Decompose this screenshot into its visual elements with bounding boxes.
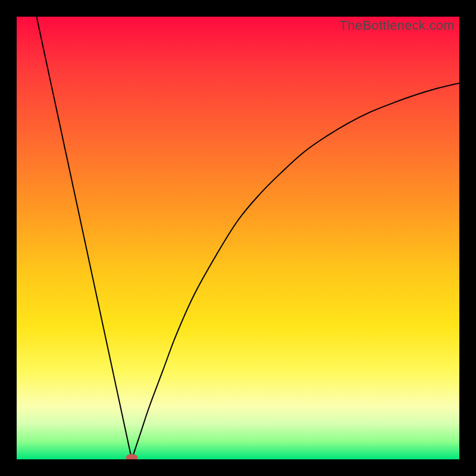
- plot-area: TheBottleneck.com: [17, 17, 459, 459]
- chart-svg: [17, 17, 459, 459]
- minimum-marker: [126, 454, 137, 459]
- left-curve: [36, 17, 131, 459]
- right-curve: [131, 83, 459, 459]
- chart-frame: TheBottleneck.com: [0, 0, 476, 476]
